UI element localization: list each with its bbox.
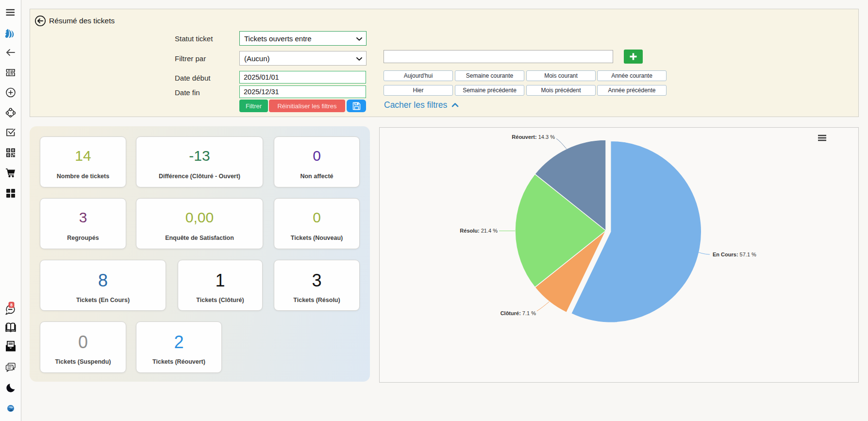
svg-text:8: 8 [10,303,13,307]
